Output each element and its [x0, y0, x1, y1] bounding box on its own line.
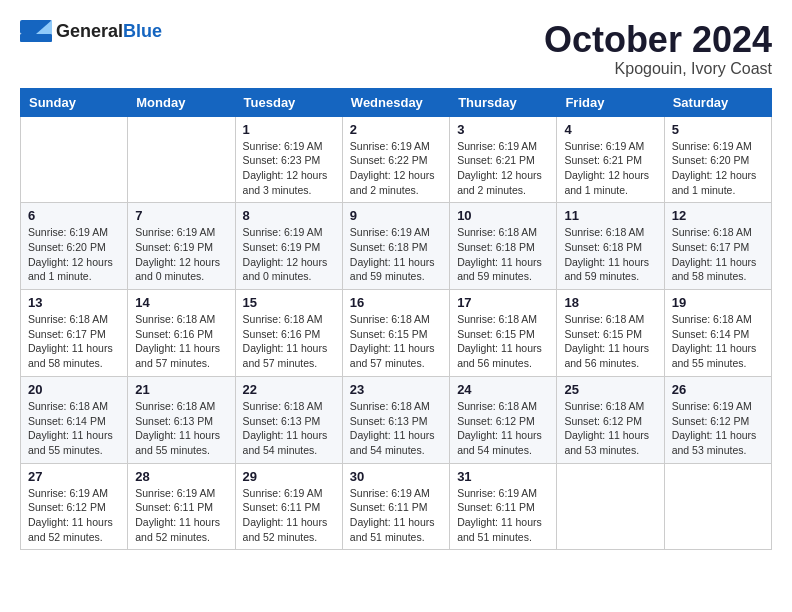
- logo-general-text: General: [56, 21, 123, 41]
- day-info: Sunrise: 6:19 AMSunset: 6:12 PMDaylight:…: [28, 486, 120, 545]
- day-info: Sunrise: 6:19 AMSunset: 6:12 PMDaylight:…: [672, 399, 764, 458]
- calendar-cell: 20Sunrise: 6:18 AMSunset: 6:14 PMDayligh…: [21, 376, 128, 463]
- day-info: Sunrise: 6:19 AMSunset: 6:11 PMDaylight:…: [350, 486, 442, 545]
- day-number: 24: [457, 382, 549, 397]
- calendar-cell: 22Sunrise: 6:18 AMSunset: 6:13 PMDayligh…: [235, 376, 342, 463]
- logo-icon: [20, 20, 52, 42]
- calendar-cell: 27Sunrise: 6:19 AMSunset: 6:12 PMDayligh…: [21, 463, 128, 550]
- day-number: 30: [350, 469, 442, 484]
- day-info: Sunrise: 6:19 AMSunset: 6:23 PMDaylight:…: [243, 139, 335, 198]
- day-info: Sunrise: 6:19 AMSunset: 6:11 PMDaylight:…: [135, 486, 227, 545]
- day-number: 2: [350, 122, 442, 137]
- column-header-wednesday: Wednesday: [342, 88, 449, 116]
- calendar-cell: 4Sunrise: 6:19 AMSunset: 6:21 PMDaylight…: [557, 116, 664, 203]
- day-number: 11: [564, 208, 656, 223]
- calendar-cell: 5Sunrise: 6:19 AMSunset: 6:20 PMDaylight…: [664, 116, 771, 203]
- calendar-cell: 23Sunrise: 6:18 AMSunset: 6:13 PMDayligh…: [342, 376, 449, 463]
- calendar-cell: [128, 116, 235, 203]
- calendar-cell: 30Sunrise: 6:19 AMSunset: 6:11 PMDayligh…: [342, 463, 449, 550]
- day-number: 8: [243, 208, 335, 223]
- day-info: Sunrise: 6:18 AMSunset: 6:15 PMDaylight:…: [350, 312, 442, 371]
- column-header-tuesday: Tuesday: [235, 88, 342, 116]
- calendar-cell: 1Sunrise: 6:19 AMSunset: 6:23 PMDaylight…: [235, 116, 342, 203]
- calendar-cell: 3Sunrise: 6:19 AMSunset: 6:21 PMDaylight…: [450, 116, 557, 203]
- calendar-cell: 2Sunrise: 6:19 AMSunset: 6:22 PMDaylight…: [342, 116, 449, 203]
- day-info: Sunrise: 6:18 AMSunset: 6:16 PMDaylight:…: [243, 312, 335, 371]
- day-info: Sunrise: 6:18 AMSunset: 6:12 PMDaylight:…: [457, 399, 549, 458]
- page-header: GeneralBlue October 2024 Kpogouin, Ivory…: [20, 20, 772, 78]
- column-header-saturday: Saturday: [664, 88, 771, 116]
- day-number: 14: [135, 295, 227, 310]
- calendar-cell: 13Sunrise: 6:18 AMSunset: 6:17 PMDayligh…: [21, 290, 128, 377]
- title-block: October 2024 Kpogouin, Ivory Coast: [544, 20, 772, 78]
- day-info: Sunrise: 6:18 AMSunset: 6:14 PMDaylight:…: [672, 312, 764, 371]
- day-info: Sunrise: 6:19 AMSunset: 6:19 PMDaylight:…: [243, 225, 335, 284]
- column-header-thursday: Thursday: [450, 88, 557, 116]
- day-info: Sunrise: 6:18 AMSunset: 6:15 PMDaylight:…: [564, 312, 656, 371]
- day-info: Sunrise: 6:19 AMSunset: 6:20 PMDaylight:…: [28, 225, 120, 284]
- day-number: 28: [135, 469, 227, 484]
- page-subtitle: Kpogouin, Ivory Coast: [544, 60, 772, 78]
- day-number: 10: [457, 208, 549, 223]
- calendar-cell: 9Sunrise: 6:19 AMSunset: 6:18 PMDaylight…: [342, 203, 449, 290]
- day-number: 4: [564, 122, 656, 137]
- calendar-cell: [664, 463, 771, 550]
- calendar-cell: [21, 116, 128, 203]
- day-number: 12: [672, 208, 764, 223]
- day-number: 31: [457, 469, 549, 484]
- day-info: Sunrise: 6:18 AMSunset: 6:17 PMDaylight:…: [28, 312, 120, 371]
- day-number: 29: [243, 469, 335, 484]
- calendar-header: SundayMondayTuesdayWednesdayThursdayFrid…: [21, 88, 772, 116]
- calendar-cell: 15Sunrise: 6:18 AMSunset: 6:16 PMDayligh…: [235, 290, 342, 377]
- day-number: 1: [243, 122, 335, 137]
- day-number: 19: [672, 295, 764, 310]
- day-number: 25: [564, 382, 656, 397]
- day-number: 6: [28, 208, 120, 223]
- day-info: Sunrise: 6:18 AMSunset: 6:15 PMDaylight:…: [457, 312, 549, 371]
- day-info: Sunrise: 6:18 AMSunset: 6:14 PMDaylight:…: [28, 399, 120, 458]
- column-header-sunday: Sunday: [21, 88, 128, 116]
- day-info: Sunrise: 6:18 AMSunset: 6:18 PMDaylight:…: [457, 225, 549, 284]
- calendar-cell: 19Sunrise: 6:18 AMSunset: 6:14 PMDayligh…: [664, 290, 771, 377]
- page-title: October 2024: [544, 20, 772, 60]
- calendar-cell: 26Sunrise: 6:19 AMSunset: 6:12 PMDayligh…: [664, 376, 771, 463]
- day-number: 20: [28, 382, 120, 397]
- day-info: Sunrise: 6:19 AMSunset: 6:22 PMDaylight:…: [350, 139, 442, 198]
- calendar-cell: 21Sunrise: 6:18 AMSunset: 6:13 PMDayligh…: [128, 376, 235, 463]
- day-number: 5: [672, 122, 764, 137]
- calendar-cell: 6Sunrise: 6:19 AMSunset: 6:20 PMDaylight…: [21, 203, 128, 290]
- logo-blue-text: Blue: [123, 21, 162, 41]
- day-number: 7: [135, 208, 227, 223]
- day-number: 22: [243, 382, 335, 397]
- day-number: 18: [564, 295, 656, 310]
- day-number: 21: [135, 382, 227, 397]
- day-number: 27: [28, 469, 120, 484]
- day-number: 23: [350, 382, 442, 397]
- calendar-cell: 25Sunrise: 6:18 AMSunset: 6:12 PMDayligh…: [557, 376, 664, 463]
- calendar-cell: 10Sunrise: 6:18 AMSunset: 6:18 PMDayligh…: [450, 203, 557, 290]
- calendar-cell: 11Sunrise: 6:18 AMSunset: 6:18 PMDayligh…: [557, 203, 664, 290]
- day-info: Sunrise: 6:18 AMSunset: 6:13 PMDaylight:…: [135, 399, 227, 458]
- logo: GeneralBlue: [20, 20, 162, 42]
- day-number: 13: [28, 295, 120, 310]
- day-info: Sunrise: 6:18 AMSunset: 6:13 PMDaylight:…: [350, 399, 442, 458]
- calendar-cell: 18Sunrise: 6:18 AMSunset: 6:15 PMDayligh…: [557, 290, 664, 377]
- day-number: 16: [350, 295, 442, 310]
- calendar-cell: 8Sunrise: 6:19 AMSunset: 6:19 PMDaylight…: [235, 203, 342, 290]
- column-header-friday: Friday: [557, 88, 664, 116]
- day-info: Sunrise: 6:18 AMSunset: 6:12 PMDaylight:…: [564, 399, 656, 458]
- day-info: Sunrise: 6:19 AMSunset: 6:19 PMDaylight:…: [135, 225, 227, 284]
- day-info: Sunrise: 6:19 AMSunset: 6:21 PMDaylight:…: [457, 139, 549, 198]
- calendar-cell: 29Sunrise: 6:19 AMSunset: 6:11 PMDayligh…: [235, 463, 342, 550]
- day-info: Sunrise: 6:19 AMSunset: 6:18 PMDaylight:…: [350, 225, 442, 284]
- calendar-cell: 12Sunrise: 6:18 AMSunset: 6:17 PMDayligh…: [664, 203, 771, 290]
- day-info: Sunrise: 6:19 AMSunset: 6:20 PMDaylight:…: [672, 139, 764, 198]
- day-number: 3: [457, 122, 549, 137]
- calendar-cell: 14Sunrise: 6:18 AMSunset: 6:16 PMDayligh…: [128, 290, 235, 377]
- calendar-table: SundayMondayTuesdayWednesdayThursdayFrid…: [20, 88, 772, 551]
- calendar-cell: 28Sunrise: 6:19 AMSunset: 6:11 PMDayligh…: [128, 463, 235, 550]
- calendar-cell: 7Sunrise: 6:19 AMSunset: 6:19 PMDaylight…: [128, 203, 235, 290]
- day-info: Sunrise: 6:18 AMSunset: 6:17 PMDaylight:…: [672, 225, 764, 284]
- column-header-monday: Monday: [128, 88, 235, 116]
- day-number: 9: [350, 208, 442, 223]
